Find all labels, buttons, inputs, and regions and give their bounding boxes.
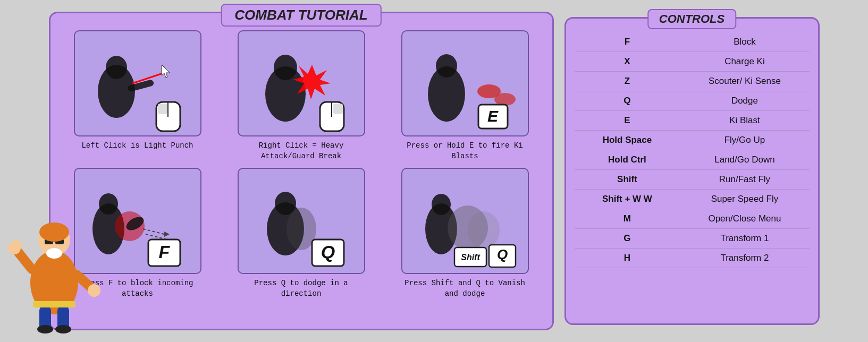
svg-point-35: [432, 194, 451, 215]
tutorial-cell-dodge: Q Press Q to dodge in a direction: [223, 168, 380, 299]
control-key: Hold Ctrl: [575, 150, 680, 170]
svg-point-17: [494, 93, 516, 106]
svg-text:Shift: Shift: [461, 253, 480, 262]
caption-ki-blast: Press or Hold E to fire Ki Blasts: [404, 141, 526, 161]
control-action: Dodge: [680, 91, 809, 111]
svg-rect-6: [158, 104, 167, 114]
caption-vanish: Press Shift and Q to Vanish and dodge: [404, 278, 526, 299]
svg-point-15: [436, 54, 457, 78]
svg-text:E: E: [487, 107, 498, 125]
svg-point-58: [10, 243, 15, 248]
combat-tutorial-title: COMBAT TUTORIAL: [221, 4, 381, 27]
caption-left-click: Left Click is Light Punch: [81, 141, 193, 151]
control-key: Shift + W W: [575, 190, 680, 209]
control-key: Q: [575, 91, 680, 111]
controls-row: Shift Run/Fast Fly: [575, 170, 810, 190]
control-action: Transform 2: [680, 249, 809, 268]
svg-marker-7: [162, 65, 170, 78]
tutorial-cell-right-click: Right Click = Heavy Attack/Guard Break: [223, 30, 380, 161]
svg-line-24: [143, 229, 164, 234]
right-click-illustration: [243, 33, 360, 134]
svg-point-21: [99, 193, 118, 215]
left-click-illustration: [79, 33, 196, 134]
tutorial-image-right-click: [238, 30, 365, 136]
caption-block: Press F to block incoming attacks: [77, 278, 199, 299]
svg-text:Q: Q: [321, 242, 334, 262]
combat-tutorial-panel: COMBAT TUTORIAL: [49, 12, 554, 330]
tutorial-image-left-click: [74, 30, 201, 136]
control-action: Block: [680, 32, 809, 52]
tutorial-cell-block: F Press F to block incoming attacks: [59, 168, 216, 299]
svg-text:Q: Q: [496, 246, 507, 262]
control-key: M: [575, 209, 680, 229]
controls-row: G Transform 1: [575, 229, 810, 249]
ki-blast-illustration: E: [407, 33, 524, 134]
control-action: Land/Go Down: [680, 150, 809, 170]
dodge-illustration: Q: [243, 170, 360, 271]
controls-row: Q Dodge: [575, 91, 810, 111]
controls-row: M Open/Close Menu: [575, 209, 810, 229]
tutorial-image-block: F: [74, 168, 201, 274]
control-key: E: [575, 111, 680, 131]
svg-point-50: [8, 242, 21, 254]
svg-point-59: [13, 240, 19, 245]
control-action: Charge Ki: [680, 52, 809, 72]
control-action: Super Speed Fly: [680, 190, 809, 209]
controls-row: Shift + W W Super Speed Fly: [575, 190, 810, 209]
controls-row: X Charge Ki: [575, 52, 810, 72]
svg-point-1: [106, 56, 127, 79]
control-key: F: [575, 32, 680, 52]
controls-row: E Ki Blast: [575, 111, 810, 131]
svg-point-9: [274, 55, 297, 80]
controls-title: CONTROLS: [647, 9, 736, 29]
control-key: Hold Space: [575, 131, 680, 150]
svg-rect-13: [333, 104, 343, 114]
controls-table: F Block X Charge Ki Z Scouter/ Ki Sense …: [575, 32, 810, 268]
block-illustration: F: [79, 170, 196, 271]
svg-text:F: F: [158, 242, 170, 262]
controls-row: F Block: [575, 32, 810, 52]
controls-row: Hold Ctrl Land/Go Down: [575, 150, 810, 170]
svg-line-49: [17, 251, 32, 269]
control-key: X: [575, 52, 680, 72]
control-action: Open/Close Menu: [680, 209, 809, 229]
caption-dodge: Press Q to dodge in a direction: [240, 278, 363, 299]
svg-point-37: [468, 211, 500, 249]
control-action: Run/Fast Fly: [680, 170, 809, 190]
control-key: H: [575, 249, 680, 268]
svg-marker-26: [164, 232, 170, 237]
controls-row: Hold Space Fly/Go Up: [575, 131, 810, 150]
caption-right-click: Right Click = Heavy Attack/Guard Break: [240, 141, 363, 161]
tutorial-image-ki-blast: E: [401, 30, 529, 136]
tutorial-cell-ki-blast: E Press or Hold E to fire Ki Blasts: [386, 30, 544, 161]
tutorial-cell-left-click: Left Click is Light Punch: [59, 30, 216, 161]
control-key: Shift: [575, 170, 680, 190]
control-action: Fly/Go Up: [680, 131, 809, 150]
tutorial-image-dodge: Q: [238, 168, 365, 274]
controls-row: H Transform 2: [575, 249, 810, 268]
controls-panel: CONTROLS F Block X Charge Ki Z Scouter/ …: [564, 17, 820, 325]
svg-point-60: [17, 242, 22, 247]
control-key: Z: [575, 72, 680, 91]
vanish-illustration: Shift Q: [407, 170, 524, 271]
control-action: Transform 1: [680, 229, 809, 249]
tutorial-image-vanish: Shift Q: [401, 168, 529, 274]
tutorial-grid: Left Click is Light Punch: [59, 30, 544, 299]
control-key: G: [575, 229, 680, 249]
control-action: Scouter/ Ki Sense: [680, 72, 809, 91]
controls-row: Z Scouter/ Ki Sense: [575, 72, 810, 91]
tutorial-cell-vanish: Shift Q Press Shift and Q to Vanish and …: [386, 168, 544, 299]
control-action: Ki Blast: [680, 111, 809, 131]
